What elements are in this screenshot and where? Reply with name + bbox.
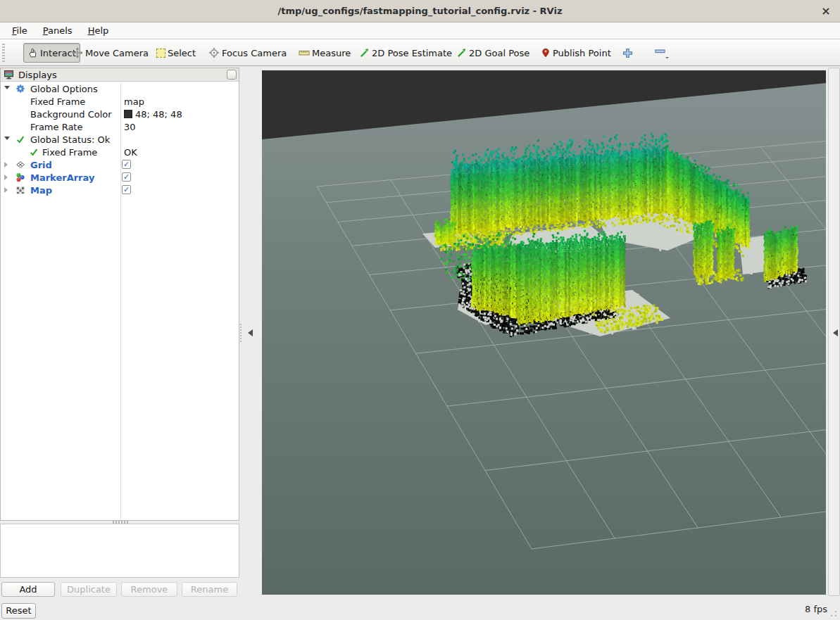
tree-row-map[interactable]: Map ✓	[1, 184, 239, 196]
expander-open-icon[interactable]	[4, 137, 10, 140]
grid-display-icon	[15, 160, 25, 170]
menu-file[interactable]: File	[6, 24, 34, 37]
tree-row-background-color[interactable]: Background Color 48; 48; 48	[1, 108, 239, 120]
color-swatch[interactable]	[124, 110, 132, 118]
window-title: /tmp/ug_configs/fastmapping_tutorial_con…	[0, 0, 840, 23]
tree-row-fixed-frame[interactable]: Fixed Frame map	[1, 95, 239, 108]
menu-panels[interactable]: Panels	[37, 24, 79, 37]
remove-display-button[interactable]: Remove	[121, 582, 177, 597]
measure-tool-button[interactable]: Measure	[295, 43, 354, 63]
expander-open-icon[interactable]	[4, 86, 10, 89]
title-bar: /tmp/ug_configs/fastmapping_tutorial_con…	[0, 0, 840, 23]
window-resize-grip[interactable]	[829, 609, 838, 618]
publish-point-tool-button[interactable]: Publish Point	[537, 43, 615, 63]
expander-closed-icon[interactable]	[4, 175, 8, 180]
tree-row-fixed-frame-status[interactable]: Fixed Frame OK	[1, 146, 239, 158]
marker-array-enabled-checkbox[interactable]: ✓	[122, 172, 131, 182]
add-display-button[interactable]: Add	[1, 582, 55, 597]
menu-help[interactable]: Help	[82, 24, 115, 37]
rename-display-button[interactable]: Rename	[182, 582, 237, 597]
fps-counter: 8 fps	[805, 604, 827, 614]
reset-button[interactable]: Reset	[1, 603, 36, 619]
close-icon[interactable]: ×	[817, 4, 834, 19]
move-camera-icon	[72, 47, 83, 58]
measure-icon	[299, 48, 310, 58]
tree-row-frame-rate[interactable]: Frame Rate 30	[1, 120, 239, 133]
tree-row-global-options[interactable]: Global Options	[1, 82, 239, 95]
displays-panel: Displays Global Options Fixed Frame map	[0, 68, 239, 521]
toolbar-drag-handle[interactable]	[2, 44, 5, 62]
map-display-icon	[15, 185, 25, 195]
pose-estimate-icon	[359, 48, 370, 58]
duplicate-display-button[interactable]: Duplicate	[61, 582, 117, 597]
displays-panel-header[interactable]: Displays	[1, 68, 239, 82]
expand-right-panel-icon[interactable]	[833, 329, 838, 336]
map-enabled-checkbox[interactable]: ✓	[122, 185, 131, 194]
goal-pose-icon	[456, 48, 467, 58]
publish-point-icon	[541, 47, 551, 58]
display-description-box	[0, 524, 239, 578]
menu-bar: File Panels Help	[0, 23, 840, 39]
fixed-frame-status-value: OK	[124, 147, 137, 158]
interact-hand-icon	[27, 48, 38, 58]
tree-row-marker-array[interactable]: MarkerArray ✓	[1, 171, 239, 184]
left-splitter-dots[interactable]	[240, 324, 242, 342]
goal-pose-tool-button[interactable]: 2D Goal Pose	[453, 43, 533, 63]
pose-estimate-tool-button[interactable]: 2D Pose Estimate	[356, 43, 456, 63]
toolbar: Interact Move Camera Select Focus Camera	[0, 39, 840, 66]
status-ok-check-icon	[29, 147, 39, 157]
remove-tool-button[interactable]	[651, 43, 675, 63]
plus-icon	[622, 47, 634, 59]
gear-icon	[15, 84, 25, 94]
focus-camera-icon	[208, 47, 220, 58]
panel-float-button[interactable]	[227, 70, 237, 80]
displays-panel-title: Displays	[18, 70, 57, 80]
grid-enabled-checkbox[interactable]: ✓	[122, 160, 131, 169]
background-color-value[interactable]: 48; 48; 48	[135, 109, 182, 120]
3d-viewport[interactable]	[262, 70, 826, 595]
add-tool-button[interactable]	[618, 43, 637, 63]
expander-closed-icon[interactable]	[4, 187, 8, 193]
marker-array-icon	[15, 172, 25, 182]
collapse-left-panel-icon[interactable]	[248, 329, 253, 336]
status-ok-check-icon	[15, 134, 25, 144]
displays-monitor-icon	[4, 70, 14, 80]
displays-tree: Global Options Fixed Frame map Backgroun…	[1, 82, 239, 520]
select-tool-button[interactable]: Select	[153, 43, 199, 63]
3d-scene-canvas[interactable]	[262, 70, 826, 595]
focus-camera-tool-button[interactable]: Focus Camera	[205, 43, 290, 63]
minus-icon	[654, 46, 671, 60]
tree-row-global-status[interactable]: Global Status: Ok	[1, 133, 239, 146]
displays-buttons-row: Add Duplicate Remove Rename	[0, 582, 239, 597]
tree-row-grid[interactable]: Grid ✓	[1, 158, 239, 171]
frame-rate-value[interactable]: 30	[124, 122, 136, 132]
select-icon	[156, 49, 165, 58]
fixed-frame-value[interactable]: map	[124, 96, 144, 107]
expander-closed-icon[interactable]	[4, 162, 8, 167]
move-camera-tool-button[interactable]: Move Camera	[68, 43, 152, 63]
